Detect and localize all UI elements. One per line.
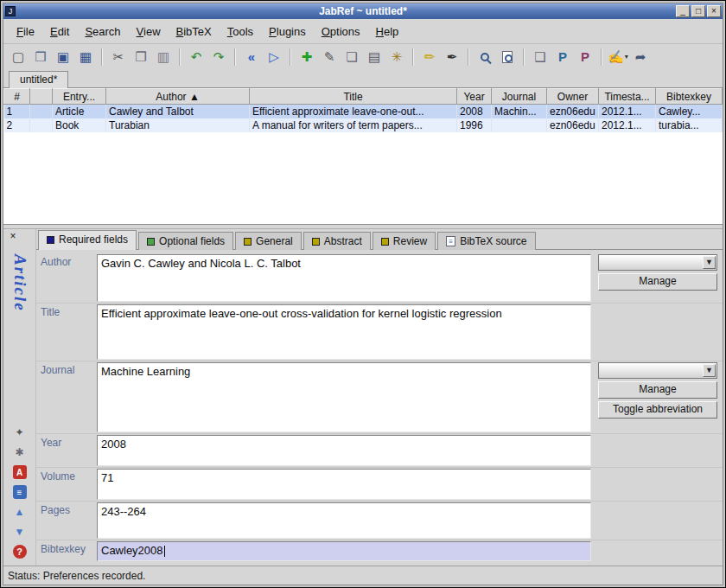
help-icon[interactable]: ? [13, 545, 27, 559]
mark-icon[interactable]: ✏ [419, 47, 440, 67]
maximize-window-button[interactable]: □ [691, 5, 705, 17]
field-input-author[interactable]: Gavin C. Cawley and Nicola L. C. Talbot [97, 254, 591, 302]
menu-edit[interactable]: Edit [42, 22, 77, 42]
tools-icon[interactable]: ✦ [13, 425, 27, 439]
database-tab-untitled[interactable]: untitled* [9, 71, 68, 88]
copy-ref-icon[interactable]: ❏ [341, 47, 362, 67]
field-input-volume[interactable]: 71 [97, 469, 591, 500]
unmark-icon[interactable]: ✒ [442, 47, 462, 67]
copy-icon[interactable]: ❐ [131, 47, 151, 67]
entry-row-2[interactable]: 2BookTurabianA manual for writers of ter… [4, 118, 723, 132]
editor-tab-optional-fields[interactable]: Optional fields [138, 232, 233, 250]
open-file-icon[interactable]: ➦ [630, 47, 651, 67]
editor-tab-review[interactable]: Review [373, 232, 436, 250]
back-icon[interactable]: « [241, 47, 262, 67]
column-header-icon[interactable] [30, 89, 53, 105]
column-header-owner[interactable]: Owner [547, 89, 599, 105]
field-label-volume: Volume [36, 468, 95, 501]
column-header-author[interactable]: Author ▲ [106, 89, 250, 105]
field-input-bibtexkey[interactable]: Cawley2008 [97, 541, 591, 561]
manage-button[interactable]: Manage [598, 381, 717, 399]
edit-entry-icon[interactable]: ✎ [319, 47, 340, 67]
minimize-window-button[interactable]: _ [676, 5, 690, 17]
column-header-journal[interactable]: Journal [492, 89, 547, 105]
field-row-title: TitleEfficient approximate leave-one-out… [36, 303, 723, 361]
field-value: Efficient approximate leave-one-out cros… [101, 307, 502, 320]
field-value: 243--264 [101, 505, 146, 518]
doc-icon[interactable]: ≡ [13, 485, 27, 499]
field-input-pages[interactable]: 243--264 [97, 502, 591, 539]
column-header-year[interactable]: Year [457, 89, 492, 105]
menu-file[interactable]: File [9, 22, 42, 42]
field-row-author: AuthorGavin C. Cawley and Nicola L. C. T… [36, 253, 723, 303]
app-icon: J [5, 6, 16, 16]
menu-search[interactable]: Search [77, 22, 128, 42]
toolbar-separator [179, 48, 181, 66]
close-window-button[interactable]: × [707, 5, 721, 17]
save-all-icon[interactable]: ▦ [75, 47, 96, 67]
search-icon[interactable] [474, 47, 495, 67]
toggle-abbreviation-button[interactable]: Toggle abbreviation [598, 401, 717, 419]
generate-key-icon[interactable]: ✍▾ [608, 47, 628, 67]
column-header-icon[interactable]: # [4, 89, 30, 105]
journal-dropdown[interactable]: ▼ [598, 362, 717, 379]
editor-tab-required-fields[interactable]: Required fields [38, 230, 137, 250]
editor-tab-abstract[interactable]: Abstract [303, 232, 371, 250]
table-cell: turabia... [656, 118, 723, 132]
column-header-title[interactable]: Title [250, 89, 457, 105]
tab-label: Abstract [324, 235, 362, 247]
status-bar: Status: Preferences recorded. [3, 566, 723, 585]
down-icon[interactable]: ▼ [13, 525, 27, 539]
open-icon[interactable]: ❒ [30, 47, 51, 67]
menu-help[interactable]: Help [368, 22, 407, 42]
field-value: Machine Learning [101, 365, 190, 378]
save-icon[interactable]: ▣ [53, 47, 73, 67]
manage-button[interactable]: Manage [598, 273, 717, 291]
wand-icon[interactable]: ✳ [386, 47, 407, 67]
table-cell [30, 118, 53, 132]
add-entry-icon[interactable]: ✚ [296, 47, 317, 67]
search-preview-icon[interactable] [497, 47, 518, 67]
menu-plugins[interactable]: Plugins [261, 22, 314, 42]
column-header-entry[interactable]: Entry... [53, 89, 106, 105]
menu-view[interactable]: View [129, 22, 169, 42]
menu-tools[interactable]: Tools [220, 22, 261, 42]
gear-icon[interactable]: ✱ [13, 445, 27, 459]
column-header-bibtexkey[interactable]: Bibtexkey [656, 89, 723, 105]
field-input-title[interactable]: Efficient approximate leave-one-out cros… [97, 304, 591, 360]
table-cell: 2 [4, 118, 30, 132]
copy-pages-icon[interactable]: ❑ [530, 47, 551, 67]
field-editor-volume: 71 [95, 468, 593, 501]
toolbar-separator [412, 48, 414, 66]
redo-icon[interactable]: ↷ [208, 47, 229, 67]
new-icon[interactable]: ▢ [8, 47, 29, 67]
paste-icon[interactable]: ▥ [153, 47, 174, 67]
field-input-journal[interactable]: Machine Learning [97, 362, 591, 432]
table-cell [492, 118, 547, 132]
undo-icon[interactable]: ↶ [186, 47, 207, 67]
field-side-year [593, 434, 723, 467]
pdf-icon[interactable]: A [13, 465, 27, 479]
field-label-year: Year [36, 434, 95, 467]
menu-bibtex[interactable]: BibTeX [169, 22, 220, 42]
preview-icon[interactable]: ▤ [364, 47, 385, 67]
forward-icon[interactable]: ▷ [264, 47, 284, 67]
push-app-2-icon[interactable]: P [575, 47, 595, 67]
up-icon[interactable]: ▲ [13, 505, 27, 519]
close-entry-editor-button[interactable]: × [6, 230, 20, 244]
column-header-timesta[interactable]: Timesta... [599, 89, 656, 105]
cut-icon[interactable]: ✂ [108, 47, 129, 67]
field-input-year[interactable]: 2008 [97, 435, 591, 466]
title-bar[interactable]: J JabRef ~ untitled* _□× [3, 3, 723, 19]
editor-tab-bibtex-source[interactable]: ≡BibTeX source [437, 232, 535, 250]
table-cell: Article [53, 105, 106, 118]
menubar: FileEditSearchViewBibTeXToolsPluginsOpti… [3, 19, 723, 43]
menu-options[interactable]: Options [314, 22, 368, 42]
editor-tab-general[interactable]: General [235, 232, 302, 250]
author-dropdown[interactable]: ▼ [598, 254, 717, 271]
table-cell: Machin... [492, 105, 547, 118]
push-app-1-icon[interactable]: P [552, 47, 573, 67]
entry-row-1[interactable]: 1ArticleCawley and TalbotEfficient appro… [4, 105, 723, 118]
entry-table: #Entry...Author ▲TitleYearJournalOwnerTi… [3, 88, 723, 132]
field-editor-pages: 243--264 [95, 502, 593, 540]
